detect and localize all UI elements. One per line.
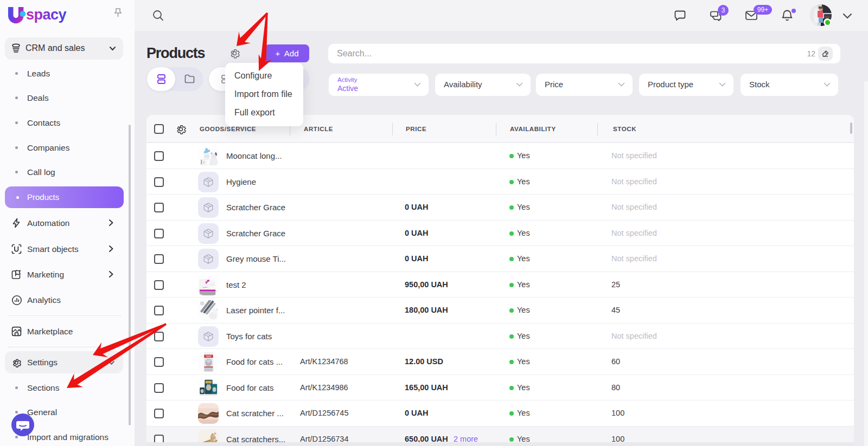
svg-text:spacy: spacy bbox=[26, 7, 67, 23]
